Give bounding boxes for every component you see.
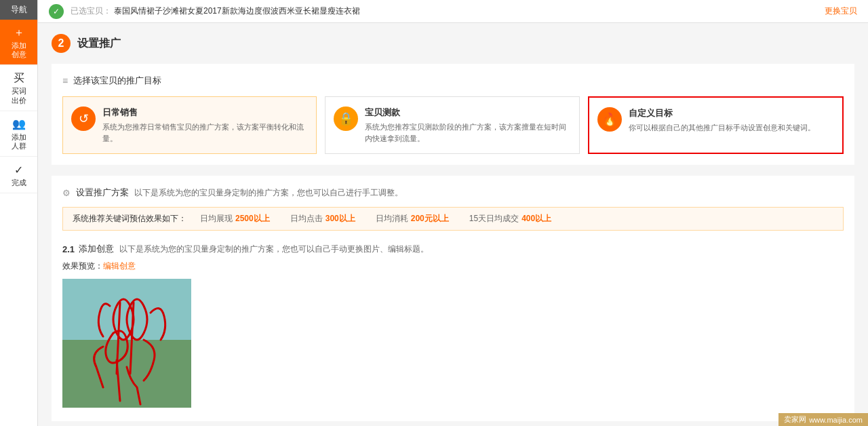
stats-item-sales: 15天日均成交 400以上 [469,213,551,225]
clicks-value: 300以上 [326,213,355,225]
sidebar-item-add-creative[interactable]: ＋ 添加创意 [0,20,37,65]
daily-sales-icon: ↺ [71,106,96,131]
creative-label: 添加创意 [79,243,114,255]
complete-icon: ✓ [9,162,28,177]
add-creative-icon: ＋ [9,25,28,40]
daily-sales-desc: 系统为您推荐日常销售宝贝的推广方案，该方案平衡转化和流量。 [102,121,308,144]
item-test-icon: 🔒 [334,106,358,131]
plan-section: ⚙ 设置推广方案 以下是系统为您的宝贝量身定制的推广方案，您也可以自己进行手工调… [52,176,854,421]
svg-rect-1 [62,279,191,340]
daily-sales-text: 日常销售 系统为您推荐日常销售宝贝的推广方案，该方案平衡转化和流量。 [102,106,308,144]
cost-value: 200元以上 [411,213,449,225]
change-product-link[interactable]: 更换宝贝 [825,5,857,17]
item-test-title: 宝贝测款 [365,106,570,119]
target-card-daily-sales[interactable]: ↺ 日常销售 系统为您推荐日常销售宝贝的推广方案，该方案平衡转化和流量。 [62,96,317,154]
creative-step: 2.1 [62,244,75,254]
custom-target-text: 自定义目标 你可以根据自己的其他推广目标手动设置创意和关键词。 [629,107,834,134]
price-icon: 买 [9,71,28,85]
custom-target-icon: 🔥 [597,107,622,132]
sidebar-price-label: 买词出价 [12,87,26,104]
content-area: 2 设置推广 ≡ 选择该宝贝的推广目标 ↺ 日常销售 系统为您推荐日常销售宝贝的… [38,23,868,426]
plan-icon: ⚙ [62,188,71,198]
sidebar: 导航 ＋ 添加创意 买 买词出价 👥 添加人群 ✓ 完成 [0,0,38,426]
preview-label: 效果预览：编辑创意 [62,260,844,272]
plan-desc: 以下是系统为您的宝贝量身定制的推广方案，您也可以自己进行手工调整。 [134,187,403,199]
plan-label: 设置推广方案 [76,187,129,199]
topbar-label: 已选宝贝： [71,6,111,16]
plan-header: ⚙ 设置推广方案 以下是系统为您的宝贝量身定制的推广方案，您也可以自己进行手工调… [62,187,844,199]
stats-item-cost: 日均消耗 200元以上 [376,213,449,225]
top-bar: ✓ 已选宝贝：泰国风情裙子沙滩裙女夏2017新款海边度假波西米亚长裙显瘦连衣裙 … [38,0,868,23]
target-card-custom[interactable]: 🔥 自定义目标 你可以根据自己的其他推广目标手动设置创意和关键词。 [588,96,844,154]
stats-item-impressions: 日均展现 2500以上 [200,213,270,225]
promo-target-section: ≡ 选择该宝贝的推广目标 ↺ 日常销售 系统为您推荐日常销售宝贝的推广方案，该方… [52,64,854,165]
main-content: ✓ 已选宝贝：泰国风情裙子沙滩裙女夏2017新款海边度假波西米亚长裙显瘦连衣裙 … [38,0,868,426]
sidebar-item-crowd[interactable]: 👥 添加人群 [0,111,37,157]
sales-label: 15天日均成交 [469,213,519,225]
creative-desc: 以下是系统为您的宝贝量身定制的推广方案，您也可以自己手动更换图片、编辑标题。 [119,244,429,255]
item-test-text: 宝贝测款 系统为您推荐宝贝测款阶段的推广方案，该方案擅量在短时间内快速拿到流量。 [365,106,570,144]
step-number: 2 [52,34,71,53]
edit-creative-link[interactable]: 编辑创意 [103,261,136,271]
impressions-label: 日均展现 [200,213,233,225]
target-cards: ↺ 日常销售 系统为您推荐日常销售宝贝的推广方案，该方案平衡转化和流量。 🔒 宝… [62,96,844,154]
section-header: 2 设置推广 [52,34,854,53]
promo-target-label: ≡ 选择该宝贝的推广目标 [62,75,844,87]
watermark-site: 卖家网 [784,414,806,425]
section-title: 设置推广 [77,37,121,51]
target-card-item-test[interactable]: 🔒 宝贝测款 系统为您推荐宝贝测款阶段的推广方案，该方案擅量在短时间内快速拿到流… [325,96,579,154]
item-test-desc: 系统为您推荐宝贝测款阶段的推广方案，该方案擅量在短时间内快速拿到流量。 [365,121,570,144]
sidebar-nav-label: 导航 [0,0,37,20]
impressions-value: 2500以上 [235,213,270,225]
daily-sales-title: 日常销售 [102,106,308,119]
sidebar-complete-label: 完成 [12,178,26,187]
check-icon: ✓ [49,4,64,19]
sidebar-add-creative-label: 添加创意 [12,41,26,59]
add-creative-header: 2.1 添加创意 以下是系统为您的宝贝量身定制的推广方案，您也可以自己手动更换图… [62,243,844,255]
image-preview [62,279,191,408]
watermark: 卖家网 www.maijia.com [778,413,868,426]
sidebar-item-price[interactable]: 买 买词出价 [0,65,37,111]
custom-target-title: 自定义目标 [629,107,834,119]
target-label-icon: ≡ [62,75,68,86]
watermark-url: www.maijia.com [809,416,863,424]
sales-value: 400以上 [521,213,551,225]
cost-label: 日均消耗 [376,213,408,225]
sidebar-item-complete[interactable]: ✓ 完成 [0,157,37,193]
crowd-icon: 👥 [9,117,28,132]
clicks-label: 日均点击 [290,213,323,225]
product-name: 泰国风情裙子沙滩裙女夏2017新款海边度假波西米亚长裙显瘦连衣裙 [114,6,360,16]
top-bar-text: 已选宝贝：泰国风情裙子沙滩裙女夏2017新款海边度假波西米亚长裙显瘦连衣裙 [71,5,825,17]
stats-bar-label: 系统推荐关键词预估效果如下： [73,213,186,225]
sidebar-crowd-label: 添加人群 [12,133,26,151]
stats-item-clicks: 日均点击 300以上 [290,213,355,225]
image-placeholder [62,279,191,408]
scribble-overlay [62,279,191,408]
custom-target-desc: 你可以根据自己的其他推广目标手动设置创意和关键词。 [629,122,834,134]
target-label-text: 选择该宝贝的推广目标 [73,75,161,87]
add-creative-section: 2.1 添加创意 以下是系统为您的宝贝量身定制的推广方案，您也可以自己手动更换图… [62,240,844,410]
stats-bar: 系统推荐关键词预估效果如下： 日均展现 2500以上 日均点击 300以上 日均… [62,207,844,231]
